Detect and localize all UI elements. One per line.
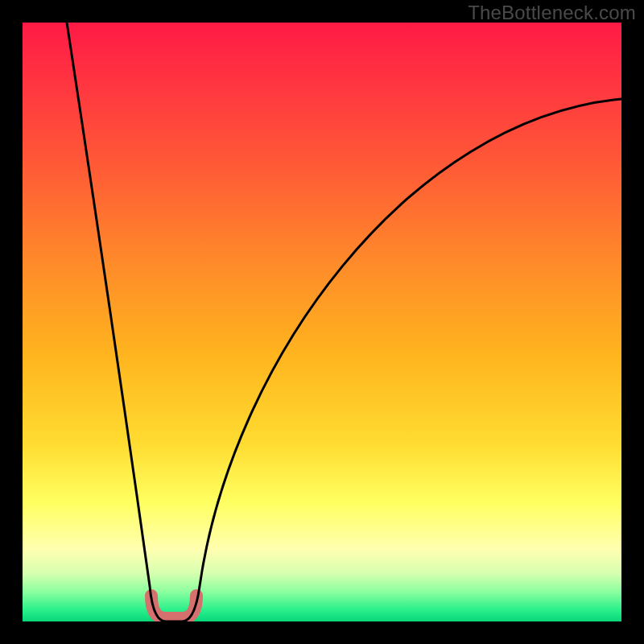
watermark-text: TheBottleneck.com — [468, 2, 636, 24]
plot-area — [23, 23, 621, 621]
highlight-marker — [151, 596, 196, 618]
bottleneck-curve — [67, 23, 621, 621]
chart-frame: TheBottleneck.com — [0, 0, 644, 644]
curve-layer — [23, 23, 621, 621]
